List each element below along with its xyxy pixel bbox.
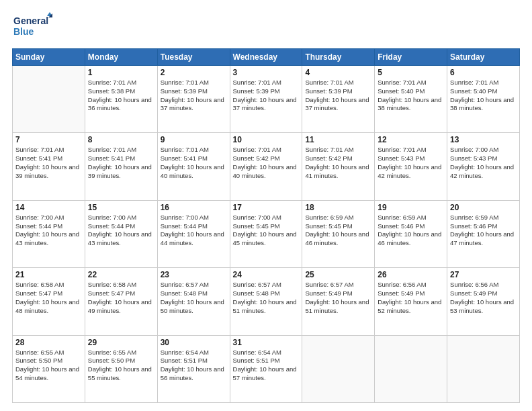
day-info: Sunrise: 7:01 AM Sunset: 5:39 PM Dayligh…: [305, 79, 371, 113]
day-number: 3: [233, 68, 300, 77]
day-cell: 4Sunrise: 7:01 AM Sunset: 5:39 PM Daylig…: [302, 66, 375, 133]
day-info: Sunrise: 7:00 AM Sunset: 5:45 PM Dayligh…: [233, 214, 300, 248]
day-number: 17: [233, 203, 300, 212]
day-info: Sunrise: 7:00 AM Sunset: 5:44 PM Dayligh…: [88, 214, 154, 248]
calendar-table: SundayMondayTuesdayWednesdayThursdayFrid…: [12, 48, 520, 403]
day-cell: 1Sunrise: 7:01 AM Sunset: 5:38 PM Daylig…: [85, 66, 157, 133]
day-number: 12: [378, 135, 444, 144]
day-number: 31: [233, 338, 300, 347]
day-number: 13: [450, 135, 517, 144]
day-number: 8: [88, 135, 154, 144]
day-info: Sunrise: 6:54 AM Sunset: 5:51 PM Dayligh…: [233, 349, 300, 383]
day-cell: 27Sunrise: 6:56 AM Sunset: 5:49 PM Dayli…: [447, 268, 520, 335]
day-info: Sunrise: 6:55 AM Sunset: 5:50 PM Dayligh…: [15, 349, 82, 383]
day-info: Sunrise: 6:56 AM Sunset: 5:49 PM Dayligh…: [450, 281, 517, 315]
day-info: Sunrise: 6:58 AM Sunset: 5:47 PM Dayligh…: [88, 281, 154, 315]
day-number: 2: [161, 68, 227, 77]
day-info: Sunrise: 7:00 AM Sunset: 5:43 PM Dayligh…: [450, 146, 517, 180]
day-cell: [302, 335, 375, 402]
day-cell: 9Sunrise: 7:01 AM Sunset: 5:41 PM Daylig…: [157, 133, 230, 200]
day-number: 11: [305, 135, 371, 144]
day-cell: 30Sunrise: 6:54 AM Sunset: 5:51 PM Dayli…: [157, 335, 230, 402]
day-cell: [375, 335, 447, 402]
day-info: Sunrise: 6:57 AM Sunset: 5:48 PM Dayligh…: [161, 281, 227, 315]
day-cell: 3Sunrise: 7:01 AM Sunset: 5:39 PM Daylig…: [230, 66, 302, 133]
weekday-header-tuesday: Tuesday: [157, 49, 230, 66]
day-cell: 7Sunrise: 7:01 AM Sunset: 5:41 PM Daylig…: [13, 133, 85, 200]
header: General Blue: [12, 12, 520, 42]
day-cell: 8Sunrise: 7:01 AM Sunset: 5:41 PM Daylig…: [85, 133, 157, 200]
day-cell: 2Sunrise: 7:01 AM Sunset: 5:39 PM Daylig…: [157, 66, 230, 133]
day-number: 29: [88, 338, 154, 347]
day-number: 7: [15, 135, 82, 144]
day-number: 19: [378, 203, 444, 212]
weekday-header-saturday: Saturday: [447, 49, 520, 66]
day-number: 30: [161, 338, 227, 347]
day-number: 10: [233, 135, 300, 144]
week-row-4: 21Sunrise: 6:58 AM Sunset: 5:47 PM Dayli…: [13, 268, 520, 335]
day-number: 5: [378, 68, 444, 77]
day-cell: 6Sunrise: 7:01 AM Sunset: 5:40 PM Daylig…: [447, 66, 520, 133]
day-info: Sunrise: 7:01 AM Sunset: 5:41 PM Dayligh…: [15, 146, 82, 180]
weekday-header-wednesday: Wednesday: [230, 49, 302, 66]
day-cell: 18Sunrise: 6:59 AM Sunset: 5:45 PM Dayli…: [302, 200, 375, 267]
week-row-3: 14Sunrise: 7:00 AM Sunset: 5:44 PM Dayli…: [13, 200, 520, 267]
week-row-5: 28Sunrise: 6:55 AM Sunset: 5:50 PM Dayli…: [13, 335, 520, 402]
day-number: 21: [15, 270, 82, 279]
page: General Blue SundayMondayTuesdayWednesda…: [0, 0, 532, 411]
day-number: 22: [88, 270, 154, 279]
day-cell: 14Sunrise: 7:00 AM Sunset: 5:44 PM Dayli…: [13, 200, 85, 267]
weekday-header-friday: Friday: [375, 49, 447, 66]
day-number: 16: [161, 203, 227, 212]
week-row-2: 7Sunrise: 7:01 AM Sunset: 5:41 PM Daylig…: [13, 133, 520, 200]
day-cell: 15Sunrise: 7:00 AM Sunset: 5:44 PM Dayli…: [85, 200, 157, 267]
day-number: 24: [233, 270, 300, 279]
day-cell: 11Sunrise: 7:01 AM Sunset: 5:42 PM Dayli…: [302, 133, 375, 200]
day-number: 27: [450, 270, 517, 279]
day-info: Sunrise: 6:55 AM Sunset: 5:50 PM Dayligh…: [88, 349, 154, 383]
day-cell: 16Sunrise: 7:00 AM Sunset: 5:44 PM Dayli…: [157, 200, 230, 267]
day-info: Sunrise: 6:59 AM Sunset: 5:46 PM Dayligh…: [450, 214, 517, 248]
day-info: Sunrise: 6:59 AM Sunset: 5:46 PM Dayligh…: [378, 214, 444, 248]
day-cell: 13Sunrise: 7:00 AM Sunset: 5:43 PM Dayli…: [447, 133, 520, 200]
day-cell: 21Sunrise: 6:58 AM Sunset: 5:47 PM Dayli…: [13, 268, 85, 335]
day-cell: 10Sunrise: 7:01 AM Sunset: 5:42 PM Dayli…: [230, 133, 302, 200]
day-cell: 22Sunrise: 6:58 AM Sunset: 5:47 PM Dayli…: [85, 268, 157, 335]
day-number: 23: [161, 270, 227, 279]
day-info: Sunrise: 7:01 AM Sunset: 5:41 PM Dayligh…: [161, 146, 227, 180]
day-number: 9: [161, 135, 227, 144]
day-number: 20: [450, 203, 517, 212]
day-info: Sunrise: 6:59 AM Sunset: 5:45 PM Dayligh…: [305, 214, 371, 248]
logo-svg: General Blue: [12, 12, 52, 42]
day-cell: 20Sunrise: 6:59 AM Sunset: 5:46 PM Dayli…: [447, 200, 520, 267]
day-number: 6: [450, 68, 517, 77]
weekday-header-monday: Monday: [85, 49, 157, 66]
logo: General Blue: [12, 12, 52, 42]
day-info: Sunrise: 7:01 AM Sunset: 5:39 PM Dayligh…: [233, 79, 300, 113]
day-info: Sunrise: 6:57 AM Sunset: 5:49 PM Dayligh…: [305, 281, 371, 315]
day-cell: 24Sunrise: 6:57 AM Sunset: 5:48 PM Dayli…: [230, 268, 302, 335]
day-info: Sunrise: 7:01 AM Sunset: 5:39 PM Dayligh…: [161, 79, 227, 113]
week-row-1: 1Sunrise: 7:01 AM Sunset: 5:38 PM Daylig…: [13, 66, 520, 133]
day-info: Sunrise: 6:58 AM Sunset: 5:47 PM Dayligh…: [15, 281, 82, 315]
day-cell: 31Sunrise: 6:54 AM Sunset: 5:51 PM Dayli…: [230, 335, 302, 402]
day-number: 14: [15, 203, 82, 212]
day-cell: 28Sunrise: 6:55 AM Sunset: 5:50 PM Dayli…: [13, 335, 85, 402]
day-number: 1: [88, 68, 154, 77]
svg-text:Blue: Blue: [13, 26, 34, 37]
day-info: Sunrise: 7:01 AM Sunset: 5:41 PM Dayligh…: [88, 146, 154, 180]
day-info: Sunrise: 7:01 AM Sunset: 5:40 PM Dayligh…: [450, 79, 517, 113]
day-cell: 26Sunrise: 6:56 AM Sunset: 5:49 PM Dayli…: [375, 268, 447, 335]
day-cell: 23Sunrise: 6:57 AM Sunset: 5:48 PM Dayli…: [157, 268, 230, 335]
day-number: 15: [88, 203, 154, 212]
day-info: Sunrise: 6:54 AM Sunset: 5:51 PM Dayligh…: [161, 349, 227, 383]
day-number: 25: [305, 270, 371, 279]
day-cell: [13, 66, 85, 133]
day-info: Sunrise: 7:00 AM Sunset: 5:44 PM Dayligh…: [161, 214, 227, 248]
day-number: 26: [378, 270, 444, 279]
weekday-header-thursday: Thursday: [302, 49, 375, 66]
day-info: Sunrise: 7:01 AM Sunset: 5:42 PM Dayligh…: [305, 146, 371, 180]
day-number: 18: [305, 203, 371, 212]
day-cell: 12Sunrise: 7:01 AM Sunset: 5:43 PM Dayli…: [375, 133, 447, 200]
day-info: Sunrise: 6:56 AM Sunset: 5:49 PM Dayligh…: [378, 281, 444, 315]
